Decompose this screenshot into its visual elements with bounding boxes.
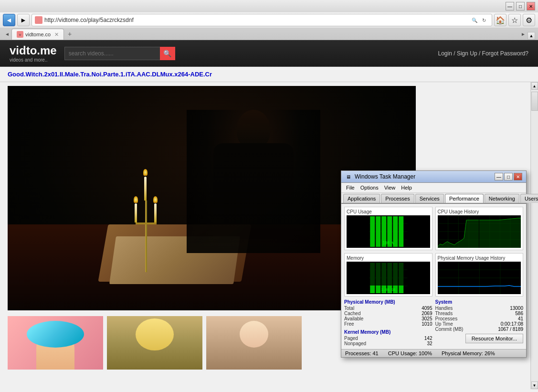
video-title: Good.Witch.2x01.Il.Male.Tra.Noi.Parte.1.… <box>0 67 538 82</box>
handles-label: Handles <box>435 306 453 311</box>
search-icon: 🔍 <box>163 50 171 57</box>
taskman-statusbar: Processes: 41 CPU Usage: 100% Physical M… <box>341 349 526 357</box>
search-button[interactable]: 🔍 <box>160 47 175 60</box>
tab-processes[interactable]: Processes <box>381 194 414 203</box>
svg-rect-8 <box>399 216 403 247</box>
menu-help[interactable]: Help <box>398 184 415 191</box>
total-label: Total <box>344 306 354 311</box>
search-input[interactable] <box>64 47 160 60</box>
cpu-history-panel: CPU Usage History <box>435 207 524 250</box>
memory-panel: Memory <box>344 253 433 297</box>
scrollbar-up-btn[interactable]: ▲ <box>531 82 538 90</box>
tab-scroll-left[interactable]: ◄ <box>3 28 11 40</box>
svg-marker-23 <box>479 218 521 248</box>
site-header: vidto.me videos and more.. 🔍 Login / Sig… <box>0 40 538 67</box>
thumb-3[interactable] <box>206 316 302 370</box>
back-button[interactable]: ◄ <box>3 14 15 26</box>
processes-value: 41 <box>518 316 523 321</box>
mem-history-panel: Physical Memory Usage History <box>435 253 524 297</box>
threads-row: Threads 586 <box>435 311 524 316</box>
cpu-usage-title: CPU Usage <box>347 209 430 214</box>
star-btn[interactable]: ☆ <box>508 14 521 26</box>
search-icon[interactable]: 🔍 <box>470 15 479 25</box>
logo-tagline: videos and more.. <box>10 57 57 63</box>
address-bar: 🔍 ↻ <box>32 14 492 26</box>
thumb-2[interactable] <box>107 316 202 370</box>
site-icon <box>35 16 42 24</box>
forward-button[interactable]: ► <box>17 14 30 26</box>
tab-performance[interactable]: Performance <box>445 194 484 203</box>
tab-vidtome[interactable]: v vidtome.co ✕ <box>11 29 64 40</box>
signup-link[interactable]: Sign Up <box>457 50 477 57</box>
resource-monitor-button[interactable]: Resource Monitor... <box>465 334 523 343</box>
mem-history-title: Physical Memory Usage History <box>438 255 521 261</box>
commit-value: 1067 / 8189 <box>498 327 523 332</box>
threads-label: Threads <box>435 311 453 316</box>
processes-row: Processes 41 <box>435 316 524 321</box>
tab-applications[interactable]: Applications <box>343 194 380 203</box>
title-bar-buttons: — □ ✕ <box>506 2 535 11</box>
site-nav-right: Login / Sign Up / Forgot Password? <box>438 50 529 57</box>
mem-history-graph <box>438 262 521 294</box>
browser-chrome: — □ ✕ ◄ ► 🔍 ↻ 🏠 ☆ ⚙ ◄ v vidtome.co ✕ + ►… <box>0 0 538 40</box>
cpu-usage-panel: CPU Usage <box>344 207 433 250</box>
svg-rect-30 <box>376 263 380 286</box>
menu-file[interactable]: File <box>343 184 358 191</box>
scrollbar-thumb[interactable] <box>531 92 538 111</box>
status-memory: Physical Memory: 26% <box>442 350 495 356</box>
forgot-link[interactable]: Forgot Password? <box>482 50 528 57</box>
close-button[interactable]: ✕ <box>527 2 535 11</box>
svg-rect-34 <box>387 263 392 286</box>
paged-value: 142 <box>424 336 433 341</box>
menu-view[interactable]: View <box>381 184 399 191</box>
nonpaged-label: Nonpaged <box>344 341 366 346</box>
taskman-minimize-btn[interactable]: — <box>495 173 503 180</box>
browser-scrollbar: ▲ ▼ <box>530 82 538 389</box>
tools-btn[interactable]: ⚙ <box>523 14 535 26</box>
cpu-usage-graph: 100 % <box>347 215 430 248</box>
login-link[interactable]: Login <box>438 50 452 57</box>
favorites-btn[interactable]: 🏠 <box>494 14 506 26</box>
maximize-button[interactable]: □ <box>516 2 525 11</box>
resource-monitor-section: Resource Monitor... <box>435 334 524 343</box>
mem-history-svg <box>438 262 521 294</box>
perf-panels: CPU Usage <box>344 207 523 297</box>
memory-gauge-svg: 1.05 GB <box>347 262 430 294</box>
browser-scrollbar-up[interactable]: ▲ <box>527 32 535 40</box>
site-logo: vidto.me videos and more.. <box>10 44 57 63</box>
tab-scroll-right[interactable]: ► <box>519 28 527 40</box>
scrollbar-track <box>531 90 538 381</box>
threads-value: 586 <box>515 311 523 316</box>
refresh-icon[interactable]: ↻ <box>479 15 489 25</box>
tab-networking[interactable]: Networking <box>485 194 519 203</box>
svg-rect-36 <box>393 263 398 286</box>
taskman-title-text: Windows Task Manager <box>355 173 492 180</box>
tab-close-icon[interactable]: ✕ <box>54 32 59 38</box>
svg-rect-29 <box>376 286 380 293</box>
cached-row: Cached 2069 <box>344 311 433 316</box>
scrollbar-down-btn[interactable]: ▼ <box>531 381 538 389</box>
kernel-memory-title: Kernel Memory (MB) <box>344 329 433 335</box>
svg-rect-28 <box>370 263 375 286</box>
taskman-maximize-btn[interactable]: □ <box>504 173 513 180</box>
free-value: 1010 <box>422 321 432 327</box>
available-value: 3025 <box>422 316 432 321</box>
menu-options[interactable]: Options <box>358 184 381 191</box>
cpu-history-right-svg <box>479 215 521 248</box>
tab-services[interactable]: Services <box>415 194 444 203</box>
address-input[interactable] <box>44 17 470 23</box>
thumb-1[interactable] <box>8 316 103 370</box>
tab-label: vidtome.co <box>25 32 51 37</box>
minimize-button[interactable]: — <box>506 2 514 11</box>
commit-row: Commit (MB) 1067 / 8189 <box>435 327 524 332</box>
paged-row: Paged 142 <box>344 336 433 341</box>
cpu-gauge-svg: 100 % <box>347 215 430 248</box>
svg-text:1.05 GB: 1.05 GB <box>381 288 395 292</box>
tab-users[interactable]: Users <box>520 194 538 203</box>
physical-memory-section: Physical Memory (MB) Total 4095 Cached 2… <box>344 299 433 346</box>
new-tab-button[interactable]: + <box>64 28 75 40</box>
taskman-close-btn[interactable]: ✕ <box>514 173 522 180</box>
svg-rect-27 <box>370 286 375 293</box>
nav-sep1: / <box>454 50 457 57</box>
cached-value: 2069 <box>422 311 432 316</box>
